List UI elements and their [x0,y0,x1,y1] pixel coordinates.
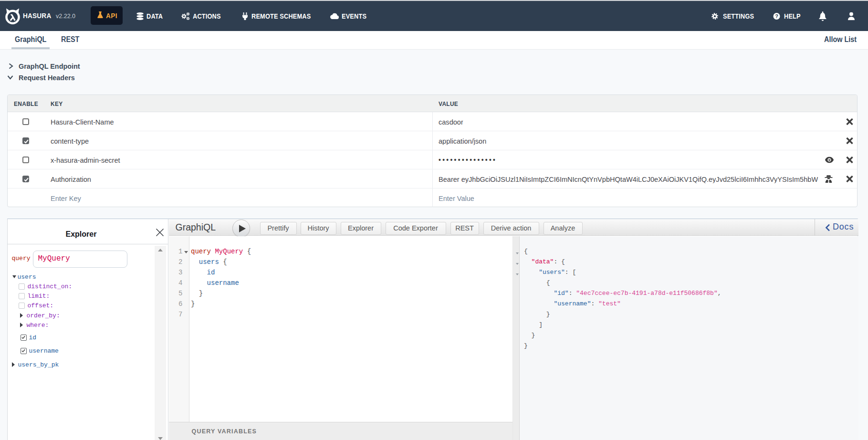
svg-text:?: ? [775,13,778,19]
